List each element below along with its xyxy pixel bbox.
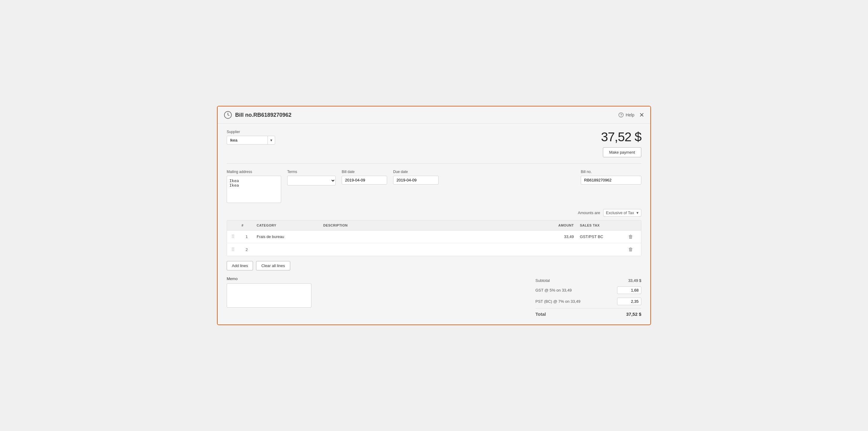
- bill-date-label: Bill date: [342, 170, 387, 174]
- due-date-group: Due date: [393, 170, 438, 185]
- divider-1: [227, 163, 641, 164]
- gst-label: GST @ 5% on 33,49: [535, 288, 572, 293]
- table-header: # CATEGORY DESCRIPTION AMOUNT SALES TAX: [227, 221, 641, 230]
- description-input-2[interactable]: [323, 247, 536, 252]
- bill-total-amount: 37,52 $: [601, 130, 641, 144]
- amount-section: 37,52 $ Make payment: [601, 130, 641, 157]
- line-items-table: # CATEGORY DESCRIPTION AMOUNT SALES TAX …: [227, 220, 641, 256]
- delete-row-2-button[interactable]: 🗑: [628, 247, 633, 252]
- row-num-1: 1: [239, 233, 254, 241]
- bill-icon: [224, 111, 232, 119]
- total-label: Total: [535, 311, 546, 317]
- supplier-section: Supplier ▾: [227, 130, 275, 144]
- amounts-are-label: Amounts are: [578, 210, 600, 215]
- col-sales-tax: SALES TAX: [578, 223, 626, 228]
- due-date-label: Due date: [393, 170, 438, 174]
- tax-type-dropdown[interactable]: Exclusive of Tax ▾: [603, 209, 641, 217]
- title-bar-actions: Help ✕: [618, 112, 644, 118]
- bill-window: Bill no.RB6189270962 Help ✕ Supplier ▾: [217, 106, 651, 325]
- total-value: 37,52 $: [611, 311, 641, 317]
- pst-row: PST (BC) @ 7% on 33,49: [535, 296, 641, 307]
- mailing-address-group: Mailing address Ikea Ikea: [227, 170, 281, 203]
- clear-all-lines-button[interactable]: Clear all lines: [256, 261, 290, 270]
- col-drag: [227, 223, 239, 228]
- help-icon: [618, 112, 624, 118]
- help-button[interactable]: Help: [618, 112, 634, 118]
- bill-date-group: Bill date: [342, 170, 387, 185]
- page-title: Bill no.RB6189270962: [235, 112, 618, 118]
- memo-section: Memo: [227, 276, 372, 309]
- grand-total-row: Total 37,52 $: [535, 308, 641, 319]
- subtotal-value: 33,49 $: [611, 278, 641, 283]
- memo-label: Memo: [227, 276, 372, 281]
- amount-input-2[interactable]: [540, 247, 574, 252]
- category-input-2[interactable]: [257, 247, 318, 252]
- top-section: Supplier ▾ 37,52 $ Make payment: [227, 130, 641, 157]
- tax-type-value: Exclusive of Tax: [606, 210, 634, 215]
- supplier-dropdown[interactable]: ▾: [227, 136, 275, 144]
- pst-value-input[interactable]: [617, 298, 641, 305]
- drag-handle-1[interactable]: ⠿: [227, 232, 239, 241]
- supplier-label: Supplier: [227, 130, 275, 134]
- col-description: DESCRIPTION: [321, 223, 538, 228]
- category-cell-2[interactable]: [254, 245, 321, 254]
- table-row: ⠿ 2 🗑: [227, 243, 641, 256]
- make-payment-button[interactable]: Make payment: [603, 147, 641, 157]
- sales-tax-input-2[interactable]: [580, 247, 623, 252]
- due-date-input[interactable]: [393, 176, 438, 185]
- svg-point-2: [621, 116, 621, 116]
- drag-handle-2[interactable]: ⠿: [227, 245, 239, 254]
- bottom-section: Memo Subtotal 33,49 $ GST @ 5% on 33,49 …: [227, 276, 641, 319]
- supplier-input[interactable]: [227, 136, 268, 144]
- amount-input-1[interactable]: [540, 234, 574, 239]
- gst-row: GST @ 5% on 33,49: [535, 285, 641, 296]
- action-buttons: Add lines Clear all lines: [227, 261, 641, 270]
- memo-textarea[interactable]: [227, 284, 311, 308]
- col-category: CATEGORY: [254, 223, 321, 228]
- tax-dropdown-arrow: ▾: [637, 210, 639, 215]
- bill-no-group: Bill no.: [581, 170, 641, 185]
- subtotal-row: Subtotal 33,49 $: [535, 276, 641, 285]
- svg-point-1: [619, 113, 623, 118]
- terms-dropdown[interactable]: [287, 176, 336, 186]
- delete-cell-2: 🗑: [626, 245, 641, 254]
- totals-section: Subtotal 33,49 $ GST @ 5% on 33,49 PST (…: [535, 276, 641, 319]
- description-input-1[interactable]: [323, 234, 536, 239]
- row-num-2: 2: [239, 245, 254, 254]
- sales-tax-cell-2[interactable]: [578, 245, 626, 254]
- sales-tax-cell-1[interactable]: [578, 233, 626, 241]
- description-cell-1[interactable]: [321, 233, 538, 241]
- table-row: ⠿ 1 🗑: [227, 230, 641, 243]
- delete-row-1-button[interactable]: 🗑: [628, 234, 633, 239]
- terms-select[interactable]: [287, 177, 335, 185]
- amounts-are-row: Amounts are Exclusive of Tax ▾: [227, 209, 641, 217]
- gst-value-input[interactable]: [617, 287, 641, 294]
- form-row: Mailing address Ikea Ikea Terms Bill dat…: [227, 170, 641, 203]
- amount-cell-2[interactable]: [538, 245, 578, 254]
- subtotal-label: Subtotal: [535, 278, 550, 283]
- category-cell-1[interactable]: [254, 233, 321, 241]
- delete-cell-1: 🗑: [626, 232, 641, 241]
- col-num: #: [239, 223, 254, 228]
- terms-group: Terms: [287, 170, 336, 186]
- description-cell-2[interactable]: [321, 245, 538, 254]
- bill-no-input[interactable]: [581, 176, 641, 185]
- sales-tax-input-1[interactable]: [580, 234, 623, 239]
- main-content: Supplier ▾ 37,52 $ Make payment Mailing …: [218, 124, 650, 325]
- mailing-address-textarea[interactable]: Ikea Ikea: [227, 176, 281, 203]
- category-input-1[interactable]: [257, 234, 318, 239]
- title-bar: Bill no.RB6189270962 Help ✕: [218, 106, 650, 124]
- close-button[interactable]: ✕: [639, 112, 644, 118]
- col-actions: [626, 223, 641, 228]
- bill-date-input[interactable]: [342, 176, 387, 185]
- terms-label: Terms: [287, 170, 336, 174]
- col-amount: AMOUNT: [538, 223, 578, 228]
- amount-cell-1[interactable]: [538, 233, 578, 241]
- mailing-address-label: Mailing address: [227, 170, 281, 174]
- bill-no-label: Bill no.: [581, 170, 641, 174]
- supplier-dropdown-arrow[interactable]: ▾: [268, 136, 275, 144]
- pst-label: PST (BC) @ 7% on 33,49: [535, 299, 581, 304]
- add-lines-button[interactable]: Add lines: [227, 261, 253, 270]
